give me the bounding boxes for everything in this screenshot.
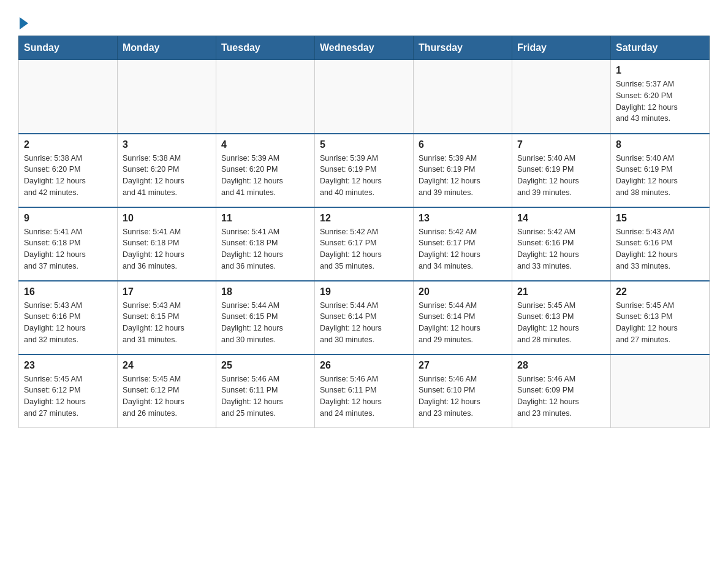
calendar-day-cell: 27Sunrise: 5:46 AM Sunset: 6:10 PM Dayli… xyxy=(414,354,512,428)
day-number: 22 xyxy=(616,286,704,297)
weekday-header-friday: Friday xyxy=(512,36,611,60)
day-number: 25 xyxy=(221,360,309,371)
calendar-day-cell: 13Sunrise: 5:42 AM Sunset: 6:17 PM Dayli… xyxy=(414,207,512,281)
weekday-header-sunday: Sunday xyxy=(19,36,118,60)
calendar-day-cell xyxy=(512,60,611,134)
calendar-day-cell xyxy=(19,60,118,134)
calendar-day-cell: 22Sunrise: 5:45 AM Sunset: 6:13 PM Dayli… xyxy=(611,281,710,354)
day-info: Sunrise: 5:39 AM Sunset: 6:19 PM Dayligh… xyxy=(419,153,507,199)
day-number: 12 xyxy=(320,213,408,224)
calendar-day-cell: 11Sunrise: 5:41 AM Sunset: 6:18 PM Dayli… xyxy=(216,207,315,281)
day-info: Sunrise: 5:44 AM Sunset: 6:15 PM Dayligh… xyxy=(221,300,309,346)
calendar-day-cell xyxy=(414,60,512,134)
day-number: 9 xyxy=(24,213,112,224)
calendar-day-cell: 24Sunrise: 5:45 AM Sunset: 6:12 PM Dayli… xyxy=(118,354,216,428)
calendar-day-cell: 5Sunrise: 5:39 AM Sunset: 6:19 PM Daylig… xyxy=(315,134,414,207)
calendar-week-row: 16Sunrise: 5:43 AM Sunset: 6:16 PM Dayli… xyxy=(19,281,710,354)
day-number: 15 xyxy=(616,213,704,224)
logo xyxy=(18,18,28,29)
day-number: 14 xyxy=(517,213,605,224)
calendar-week-row: 2Sunrise: 5:38 AM Sunset: 6:20 PM Daylig… xyxy=(19,134,710,207)
weekday-header-wednesday: Wednesday xyxy=(315,36,414,60)
calendar-day-cell: 8Sunrise: 5:40 AM Sunset: 6:19 PM Daylig… xyxy=(611,134,710,207)
calendar-day-cell: 12Sunrise: 5:42 AM Sunset: 6:17 PM Dayli… xyxy=(315,207,414,281)
calendar-day-cell: 17Sunrise: 5:43 AM Sunset: 6:15 PM Dayli… xyxy=(118,281,216,354)
day-info: Sunrise: 5:38 AM Sunset: 6:20 PM Dayligh… xyxy=(123,153,211,199)
calendar-day-cell: 14Sunrise: 5:42 AM Sunset: 6:16 PM Dayli… xyxy=(512,207,611,281)
calendar-week-row: 23Sunrise: 5:45 AM Sunset: 6:12 PM Dayli… xyxy=(19,354,710,428)
calendar-day-cell: 16Sunrise: 5:43 AM Sunset: 6:16 PM Dayli… xyxy=(19,281,118,354)
day-number: 16 xyxy=(24,286,112,297)
calendar-day-cell: 9Sunrise: 5:41 AM Sunset: 6:18 PM Daylig… xyxy=(19,207,118,281)
day-number: 1 xyxy=(616,65,704,76)
day-info: Sunrise: 5:46 AM Sunset: 6:11 PM Dayligh… xyxy=(221,373,309,419)
weekday-header-tuesday: Tuesday xyxy=(216,36,315,60)
calendar-day-cell: 21Sunrise: 5:45 AM Sunset: 6:13 PM Dayli… xyxy=(512,281,611,354)
day-number: 6 xyxy=(419,139,507,150)
day-number: 10 xyxy=(123,213,211,224)
day-info: Sunrise: 5:43 AM Sunset: 6:15 PM Dayligh… xyxy=(123,300,211,346)
day-number: 4 xyxy=(221,139,309,150)
day-info: Sunrise: 5:37 AM Sunset: 6:20 PM Dayligh… xyxy=(616,79,704,124)
day-number: 8 xyxy=(616,139,704,150)
weekday-header-monday: Monday xyxy=(118,36,216,60)
calendar-day-cell: 26Sunrise: 5:46 AM Sunset: 6:11 PM Dayli… xyxy=(315,354,414,428)
day-info: Sunrise: 5:44 AM Sunset: 6:14 PM Dayligh… xyxy=(320,300,408,346)
calendar-day-cell: 19Sunrise: 5:44 AM Sunset: 6:14 PM Dayli… xyxy=(315,281,414,354)
day-info: Sunrise: 5:45 AM Sunset: 6:12 PM Dayligh… xyxy=(24,373,112,419)
day-number: 5 xyxy=(320,139,408,150)
calendar-day-cell: 18Sunrise: 5:44 AM Sunset: 6:15 PM Dayli… xyxy=(216,281,315,354)
day-number: 11 xyxy=(221,213,309,224)
day-info: Sunrise: 5:46 AM Sunset: 6:10 PM Dayligh… xyxy=(419,373,507,419)
page-header xyxy=(18,12,710,29)
day-info: Sunrise: 5:45 AM Sunset: 6:13 PM Dayligh… xyxy=(517,300,605,346)
calendar-header-row: SundayMondayTuesdayWednesdayThursdayFrid… xyxy=(19,36,710,60)
calendar-day-cell xyxy=(611,354,710,428)
calendar-day-cell xyxy=(315,60,414,134)
day-info: Sunrise: 5:42 AM Sunset: 6:17 PM Dayligh… xyxy=(419,226,507,272)
day-number: 19 xyxy=(320,286,408,297)
day-info: Sunrise: 5:42 AM Sunset: 6:16 PM Dayligh… xyxy=(517,226,605,272)
calendar-day-cell: 10Sunrise: 5:41 AM Sunset: 6:18 PM Dayli… xyxy=(118,207,216,281)
weekday-header-thursday: Thursday xyxy=(414,36,512,60)
day-info: Sunrise: 5:43 AM Sunset: 6:16 PM Dayligh… xyxy=(616,226,704,272)
weekday-header-saturday: Saturday xyxy=(611,36,710,60)
day-number: 27 xyxy=(419,360,507,371)
day-number: 7 xyxy=(517,139,605,150)
day-info: Sunrise: 5:43 AM Sunset: 6:16 PM Dayligh… xyxy=(24,300,112,346)
day-info: Sunrise: 5:46 AM Sunset: 6:09 PM Dayligh… xyxy=(517,373,605,419)
calendar-week-row: 1Sunrise: 5:37 AM Sunset: 6:20 PM Daylig… xyxy=(19,60,710,134)
day-info: Sunrise: 5:42 AM Sunset: 6:17 PM Dayligh… xyxy=(320,226,408,272)
calendar-day-cell: 3Sunrise: 5:38 AM Sunset: 6:20 PM Daylig… xyxy=(118,134,216,207)
day-info: Sunrise: 5:46 AM Sunset: 6:11 PM Dayligh… xyxy=(320,373,408,419)
day-number: 21 xyxy=(517,286,605,297)
calendar-day-cell: 1Sunrise: 5:37 AM Sunset: 6:20 PM Daylig… xyxy=(611,60,710,134)
day-number: 20 xyxy=(419,286,507,297)
day-info: Sunrise: 5:45 AM Sunset: 6:13 PM Dayligh… xyxy=(616,300,704,346)
day-number: 18 xyxy=(221,286,309,297)
day-number: 26 xyxy=(320,360,408,371)
day-info: Sunrise: 5:41 AM Sunset: 6:18 PM Dayligh… xyxy=(221,226,309,272)
day-info: Sunrise: 5:40 AM Sunset: 6:19 PM Dayligh… xyxy=(517,153,605,199)
calendar-day-cell: 23Sunrise: 5:45 AM Sunset: 6:12 PM Dayli… xyxy=(19,354,118,428)
calendar-table: SundayMondayTuesdayWednesdayThursdayFrid… xyxy=(18,36,710,428)
calendar-week-row: 9Sunrise: 5:41 AM Sunset: 6:18 PM Daylig… xyxy=(19,207,710,281)
calendar-day-cell xyxy=(216,60,315,134)
calendar-day-cell: 6Sunrise: 5:39 AM Sunset: 6:19 PM Daylig… xyxy=(414,134,512,207)
calendar-day-cell: 2Sunrise: 5:38 AM Sunset: 6:20 PM Daylig… xyxy=(19,134,118,207)
day-number: 2 xyxy=(24,139,112,150)
day-info: Sunrise: 5:40 AM Sunset: 6:19 PM Dayligh… xyxy=(616,153,704,199)
day-number: 17 xyxy=(123,286,211,297)
day-info: Sunrise: 5:41 AM Sunset: 6:18 PM Dayligh… xyxy=(123,226,211,272)
day-info: Sunrise: 5:41 AM Sunset: 6:18 PM Dayligh… xyxy=(24,226,112,272)
day-info: Sunrise: 5:39 AM Sunset: 6:19 PM Dayligh… xyxy=(320,153,408,199)
calendar-day-cell: 7Sunrise: 5:40 AM Sunset: 6:19 PM Daylig… xyxy=(512,134,611,207)
day-number: 24 xyxy=(123,360,211,371)
calendar-day-cell: 25Sunrise: 5:46 AM Sunset: 6:11 PM Dayli… xyxy=(216,354,315,428)
day-info: Sunrise: 5:39 AM Sunset: 6:20 PM Dayligh… xyxy=(221,153,309,199)
day-number: 3 xyxy=(123,139,211,150)
day-info: Sunrise: 5:44 AM Sunset: 6:14 PM Dayligh… xyxy=(419,300,507,346)
calendar-day-cell: 15Sunrise: 5:43 AM Sunset: 6:16 PM Dayli… xyxy=(611,207,710,281)
day-number: 23 xyxy=(24,360,112,371)
calendar-day-cell: 4Sunrise: 5:39 AM Sunset: 6:20 PM Daylig… xyxy=(216,134,315,207)
